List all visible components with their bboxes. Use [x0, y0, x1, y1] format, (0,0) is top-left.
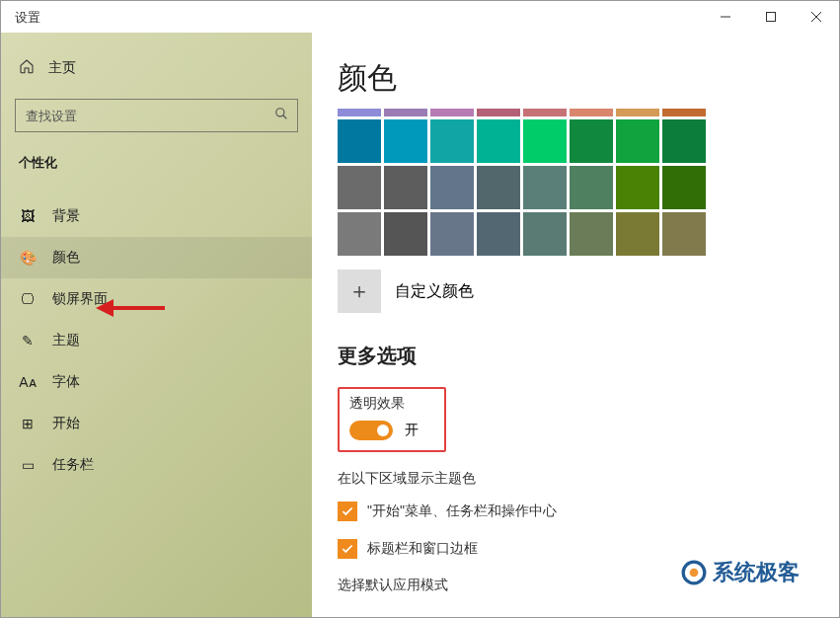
sidebar-item-3[interactable]: ✎主题 [1, 320, 312, 361]
color-strip-swatch[interactable] [477, 109, 520, 116]
accent-areas-label: 在以下区域显示主题色 [338, 470, 813, 488]
color-swatch[interactable] [616, 119, 659, 163]
color-swatch[interactable] [523, 119, 567, 163]
color-grid [338, 119, 813, 256]
palette-icon: 🎨 [19, 250, 37, 266]
start-icon: ⊞ [19, 416, 37, 431]
accent-check-start[interactable]: "开始"菜单、任务栏和操作中心 [338, 502, 813, 521]
color-strip-swatch[interactable] [384, 109, 427, 116]
sidebar-item-5[interactable]: ⊞开始 [1, 403, 312, 444]
home-link[interactable]: 主页 [1, 50, 312, 85]
color-strip-swatch[interactable] [523, 109, 567, 116]
color-row [338, 166, 813, 209]
color-strip [338, 109, 813, 116]
plus-icon: ＋ [348, 276, 370, 306]
toggle-track [349, 421, 393, 440]
home-label: 主页 [48, 59, 76, 77]
svg-rect-1 [767, 13, 776, 22]
maximize-button[interactable] [748, 1, 794, 33]
color-swatch[interactable] [430, 212, 474, 256]
custom-color-row: ＋ 自定义颜色 [338, 270, 813, 313]
color-swatch[interactable] [338, 166, 381, 209]
color-swatch[interactable] [384, 166, 427, 209]
transparency-highlight: 透明效果 开 [338, 387, 446, 452]
close-button[interactable] [794, 1, 839, 33]
transparency-label: 透明效果 [349, 395, 434, 413]
theme-icon: ✎ [19, 333, 37, 348]
color-strip-swatch[interactable] [662, 109, 706, 116]
svg-line-5 [283, 116, 287, 119]
checkbox-checked-icon [338, 539, 357, 559]
accent-opt1-label: "开始"菜单、任务栏和操作中心 [367, 502, 557, 520]
color-swatch[interactable] [662, 119, 706, 163]
color-swatch[interactable] [430, 119, 474, 163]
color-swatch[interactable] [477, 119, 520, 163]
custom-color-button[interactable]: ＋ [338, 270, 381, 313]
color-swatch[interactable] [570, 119, 613, 163]
settings-window: 设置 主页 [0, 0, 840, 618]
checkbox-checked-icon [338, 502, 357, 521]
search-input[interactable] [15, 99, 298, 132]
color-strip-swatch[interactable] [338, 109, 381, 116]
sidebar-item-label: 开始 [52, 415, 80, 432]
sidebar-item-0[interactable]: 🖼背景 [1, 195, 312, 237]
color-swatch[interactable] [616, 166, 659, 209]
svg-marker-7 [96, 299, 114, 317]
sidebar-item-4[interactable]: Aᴀ字体 [1, 361, 312, 403]
minimize-button[interactable] [703, 1, 748, 33]
transparency-toggle[interactable]: 开 [349, 421, 434, 440]
more-options-heading: 更多选项 [338, 343, 813, 369]
color-swatch[interactable] [477, 166, 520, 209]
color-strip-swatch[interactable] [570, 109, 613, 116]
sidebar-section-title: 个性化 [1, 150, 312, 195]
color-swatch[interactable] [338, 119, 381, 163]
svg-point-4 [276, 109, 284, 116]
titlebar: 设置 [1, 1, 839, 33]
color-swatch[interactable] [570, 166, 613, 209]
toggle-state-text: 开 [405, 422, 419, 439]
sidebar-item-label: 主题 [52, 332, 80, 349]
color-swatch[interactable] [662, 166, 706, 209]
home-icon [19, 58, 35, 77]
taskbar-icon: ▭ [19, 457, 37, 473]
window-controls [703, 1, 839, 33]
toggle-thumb [377, 425, 389, 436]
color-strip-swatch[interactable] [616, 109, 659, 116]
sidebar-item-label: 任务栏 [52, 456, 94, 474]
sidebar-item-label: 背景 [52, 207, 80, 225]
color-strip-swatch[interactable] [430, 109, 474, 116]
color-row [338, 119, 813, 163]
sidebar-item-label: 字体 [52, 373, 80, 391]
image-icon: 🖼 [19, 208, 37, 224]
search-icon [274, 107, 288, 124]
search-wrap [15, 99, 298, 132]
color-swatch[interactable] [570, 212, 613, 256]
accent-opt2-label: 标题栏和窗口边框 [367, 540, 478, 558]
color-swatch[interactable] [477, 212, 520, 256]
sidebar: 主页 个性化 🖼背景🎨颜色🖵锁屏界面✎主题Aᴀ字体⊞开始▭任务栏 [1, 33, 312, 617]
watermark-text: 系统极客 [713, 558, 800, 587]
nav-list: 🖼背景🎨颜色🖵锁屏界面✎主题Aᴀ字体⊞开始▭任务栏 [1, 195, 312, 486]
color-swatch[interactable] [662, 212, 706, 256]
lock-screen-icon: 🖵 [19, 291, 37, 307]
content-body: 主页 个性化 🖼背景🎨颜色🖵锁屏界面✎主题Aᴀ字体⊞开始▭任务栏 颜色 [1, 33, 839, 617]
color-swatch[interactable] [616, 212, 659, 256]
color-swatch[interactable] [338, 212, 381, 256]
main-panel: 颜色 ＋ 自定义颜色 更多选项 透明效果 开 在以下区域显示主题色 [312, 33, 839, 617]
color-row [338, 212, 813, 256]
sidebar-item-6[interactable]: ▭任务栏 [1, 444, 312, 486]
color-swatch[interactable] [430, 166, 474, 209]
sidebar-item-label: 颜色 [52, 249, 80, 267]
color-swatch[interactable] [523, 166, 567, 209]
color-swatch[interactable] [384, 119, 427, 163]
watermark: 系统极客 [681, 558, 800, 587]
page-title: 颜色 [338, 58, 813, 99]
custom-color-label: 自定义颜色 [395, 281, 474, 302]
color-swatch[interactable] [384, 212, 427, 256]
accent-check-titlebar[interactable]: 标题栏和窗口边框 [338, 539, 813, 559]
svg-point-9 [690, 569, 699, 578]
font-icon: Aᴀ [19, 374, 37, 390]
window-title: 设置 [15, 9, 40, 27]
color-swatch[interactable] [523, 212, 567, 256]
sidebar-item-1[interactable]: 🎨颜色 [1, 237, 312, 278]
